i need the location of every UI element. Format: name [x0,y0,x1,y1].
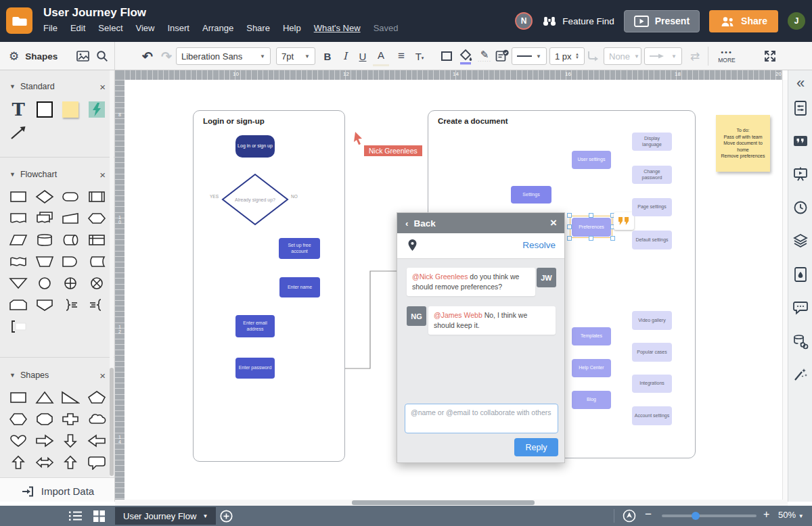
data-shape[interactable] [9,233,28,247]
layers-icon[interactable] [788,233,812,249]
section-standard[interactable]: ▼ Standard × [0,80,115,93]
container-title[interactable]: Login or sign-up [203,117,265,125]
page-tab[interactable]: User Journey Flow ▼ [115,507,216,525]
menu-share[interactable]: Share [246,23,270,33]
menu-help[interactable]: Help [283,23,301,33]
scrollbar-thumb[interactable] [352,500,535,505]
callout-shape[interactable] [87,455,106,470]
fullscreen-button[interactable] [763,49,777,63]
swap-connector-button[interactable]: ⇄ [686,42,704,70]
close-icon[interactable]: × [550,216,557,230]
close-icon[interactable]: × [99,169,106,181]
home-folder-icon[interactable] [6,7,32,34]
mention-link[interactable]: @Nick Greenlees [412,272,468,281]
sticky-note[interactable]: To do: Pass off with team Move document … [716,115,770,172]
undo-button[interactable]: ↶ [138,42,157,70]
import-data-button[interactable]: Import Data [0,477,115,502]
text-options-button[interactable]: T▾ [411,42,428,70]
menu-whats-new[interactable]: What's New [314,23,361,33]
container-title[interactable]: Create a document [438,117,508,125]
add-page-icon[interactable] [220,510,233,523]
collapse-panel-icon[interactable]: « [788,74,812,92]
font-color-button[interactable]: A [373,46,389,66]
fill-color-button[interactable] [459,49,472,65]
tape-shape[interactable] [9,254,28,269]
hexagon-shape[interactable] [9,412,28,427]
menu-view[interactable]: View [136,23,155,33]
comment-marker[interactable] [614,212,634,230]
zoom-level[interactable]: 50% ▼ [778,510,804,520]
document-shape[interactable] [9,211,28,226]
node-user-settings[interactable]: User settings [572,151,611,169]
font-family-select[interactable]: Liberation Sans▼ [176,47,271,65]
selection-handle[interactable] [567,213,572,218]
chat-icon[interactable] [788,300,812,315]
theme-style-icon[interactable] [788,266,812,283]
magic-wand-icon[interactable] [788,366,812,383]
node-help-center[interactable]: Help Center [572,359,611,377]
loop-limit-shape[interactable] [9,297,28,312]
horizontal-scrollbar[interactable] [115,500,788,506]
summing-junction-shape[interactable] [87,276,106,291]
menu-file[interactable]: File [43,23,58,33]
history-clock-icon[interactable] [788,200,812,215]
font-size-select[interactable]: 7pt▼ [276,47,315,65]
terminator-shape[interactable] [61,189,80,204]
line-width-stepper[interactable]: 1 px▲▼ [549,47,585,65]
multiple-documents-shape[interactable] [35,211,54,226]
stepper-arrows[interactable]: ▲▼ [575,53,579,59]
off-page-connector-shape[interactable] [35,297,54,312]
data-linking-icon[interactable] [788,333,812,350]
menu-select[interactable]: Select [98,23,122,33]
triangle-shape[interactable] [35,390,54,405]
collapse-triangle-icon[interactable]: ▼ [9,83,16,90]
node-setup-account[interactable]: Set up free account [279,238,320,259]
node-enter-email[interactable]: Enter email address [235,315,275,337]
preparation-shape[interactable] [87,211,106,226]
arrow-up-2-shape[interactable] [61,455,80,470]
decision-shape[interactable] [35,189,54,204]
close-icon[interactable]: × [99,81,106,93]
node-blog[interactable]: Blog [572,391,611,409]
sidebar-scrollbar[interactable] [110,70,114,477]
node-decision[interactable]: Already signed up? [221,173,289,226]
delay-shape[interactable] [61,254,80,269]
text-shape[interactable]: T [12,101,25,118]
brace-left-shape[interactable] [87,297,106,312]
bold-button[interactable]: B [319,42,336,70]
text-align-button[interactable]: ≡ [393,42,409,70]
comments-icon[interactable] [788,134,812,149]
page-list-icon[interactable] [69,510,83,521]
zoom-slider-thumb[interactable] [692,512,700,520]
more-tools-button[interactable]: •••MORE [712,42,742,70]
zoom-slider[interactable] [662,515,757,517]
mention-link[interactable]: @James Webb [434,311,482,319]
connector-type-button[interactable] [586,50,600,62]
pan-to-content-icon[interactable] [623,509,636,523]
collapse-triangle-icon[interactable]: ▼ [9,171,16,178]
connector-shape[interactable] [35,276,54,291]
rectangle-shape[interactable] [9,390,28,405]
search-icon[interactable] [96,50,108,62]
node-login[interactable]: Log in or sign up [235,135,275,158]
presentation-icon[interactable] [788,166,812,183]
node-video-gallery[interactable]: Video gallery [632,311,672,330]
process-shape[interactable] [9,189,28,204]
underline-button[interactable]: U [355,42,371,70]
reply-button[interactable]: Reply [514,438,558,456]
shape-style-button[interactable] [495,49,510,63]
node-change-password[interactable]: Change password [632,166,672,184]
node-display-language[interactable]: Display language [632,133,672,151]
internal-storage-shape[interactable] [87,233,106,247]
node-integrations[interactable]: Integrations [632,375,672,393]
scrollbar-thumb[interactable] [110,368,114,476]
arrow-both-shape[interactable] [35,455,54,470]
menu-arrange[interactable]: Arrange [202,23,233,33]
node-account-settings[interactable]: Account settings [632,406,672,425]
line-endpoint-none-select[interactable]: None▼ [604,47,641,65]
vertical-scrollbar[interactable] [782,80,788,500]
section-flowchart[interactable]: ▼ Flowchart × [0,168,115,181]
pentagon-shape[interactable] [87,390,106,405]
zoom-in-button[interactable]: + [763,508,769,521]
arrow-left-shape[interactable] [87,433,106,448]
